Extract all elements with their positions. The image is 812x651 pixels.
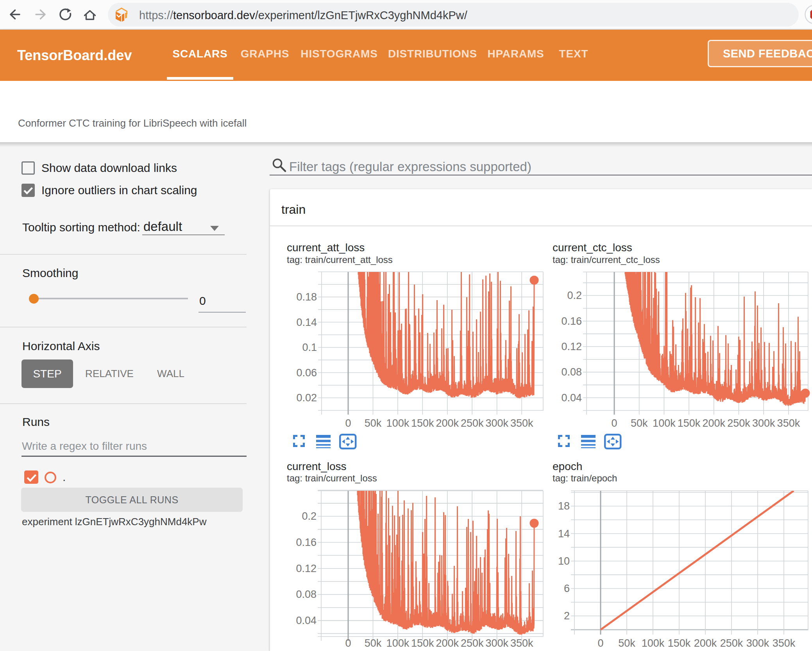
svg-text:0: 0 <box>345 417 351 429</box>
svg-text:250k: 250k <box>720 637 743 649</box>
svg-text:0.12: 0.12 <box>296 563 317 574</box>
svg-text:300k: 300k <box>746 637 769 649</box>
svg-text:200k: 200k <box>436 637 459 649</box>
svg-text:300k: 300k <box>752 417 775 429</box>
svg-text:100k: 100k <box>386 417 410 429</box>
svg-text:10: 10 <box>558 555 570 567</box>
svg-text:100k: 100k <box>386 637 410 649</box>
svg-text:2: 2 <box>564 610 570 622</box>
svg-text:0.04: 0.04 <box>296 615 317 626</box>
svg-text:0.04: 0.04 <box>561 392 582 404</box>
svg-text:250k: 250k <box>727 417 750 429</box>
svg-text:250k: 250k <box>461 637 484 649</box>
svg-text:0.1: 0.1 <box>302 342 317 353</box>
svg-text:350k: 350k <box>777 417 800 429</box>
svg-text:350k: 350k <box>510 417 533 429</box>
svg-text:150k: 150k <box>411 637 434 649</box>
svg-text:350k: 350k <box>510 637 533 649</box>
svg-text:50k: 50k <box>618 637 635 649</box>
svg-text:350k: 350k <box>773 637 796 649</box>
svg-text:0: 0 <box>345 637 351 649</box>
svg-text:0.14: 0.14 <box>296 317 317 328</box>
svg-text:50k: 50k <box>631 417 648 429</box>
svg-text:0.2: 0.2 <box>567 290 582 301</box>
svg-text:14: 14 <box>558 528 570 540</box>
svg-text:0.08: 0.08 <box>561 366 582 378</box>
svg-text:0: 0 <box>597 637 603 649</box>
svg-text:300k: 300k <box>485 417 508 429</box>
svg-text:250k: 250k <box>461 417 484 429</box>
svg-text:0.12: 0.12 <box>561 341 582 352</box>
svg-text:150k: 150k <box>668 637 691 649</box>
svg-text:0: 0 <box>611 417 617 429</box>
svg-text:0.2: 0.2 <box>302 510 317 522</box>
svg-text:0.06: 0.06 <box>296 367 317 379</box>
svg-text:300k: 300k <box>485 637 508 649</box>
svg-text:0.16: 0.16 <box>296 537 317 548</box>
svg-text:200k: 200k <box>694 637 717 649</box>
svg-text:0.16: 0.16 <box>561 315 582 327</box>
svg-text:150k: 150k <box>411 417 434 429</box>
svg-text:150k: 150k <box>678 417 701 429</box>
svg-text:100k: 100k <box>642 637 665 649</box>
svg-text:200k: 200k <box>436 417 459 429</box>
svg-text:50k: 50k <box>365 637 382 649</box>
svg-text:6: 6 <box>564 583 570 594</box>
svg-text:0.18: 0.18 <box>296 291 317 303</box>
svg-text:18: 18 <box>558 500 570 512</box>
svg-text:0.08: 0.08 <box>296 588 317 600</box>
svg-text:100k: 100k <box>653 417 676 429</box>
svg-text:0.02: 0.02 <box>296 392 317 404</box>
svg-text:200k: 200k <box>703 417 726 429</box>
svg-text:50k: 50k <box>365 417 382 429</box>
